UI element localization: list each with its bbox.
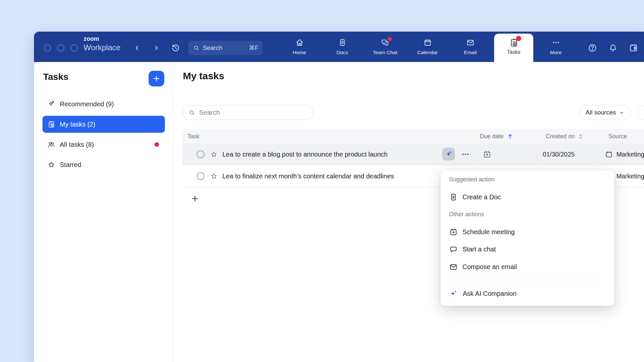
star-icon [47, 160, 56, 169]
all-sources-dropdown[interactable]: All sources [579, 105, 631, 120]
tasks-sidebar: Tasks Recommended (9) [34, 62, 173, 362]
menu-item-compose-email[interactable]: Compose an email [449, 258, 606, 276]
zoom-workplace-logo: zoom Workplace [84, 36, 121, 52]
search-icon [193, 45, 200, 51]
tasks-clipboard-icon [509, 38, 519, 48]
sort-ascending-icon [507, 133, 514, 140]
filter-pill-partial[interactable] [637, 105, 644, 120]
task-complete-checkbox[interactable] [197, 150, 204, 158]
app-body: Tasks Recommended (9) [34, 62, 644, 362]
page-title: My tasks [183, 70, 224, 82]
all-tasks-unread-dot [154, 142, 159, 147]
window-control-minimize-icon[interactable] [57, 44, 64, 52]
column-header-source: Source [603, 133, 644, 140]
email-icon [466, 38, 475, 47]
menu-divider [449, 280, 606, 280]
nav-tasks-active-tab[interactable]: Tasks [494, 34, 533, 62]
menu-section-label: Other actions [449, 210, 484, 219]
nav-more[interactable]: More [538, 36, 574, 58]
search-shortcut-label: ⌘F [249, 44, 258, 52]
scheduler-panel-icon[interactable] [629, 43, 638, 53]
nav-home[interactable]: Home [282, 36, 317, 58]
created-on-cell: 01/30/2025 [538, 143, 599, 165]
notifications-bell-icon[interactable] [608, 43, 618, 53]
team-chat-icon [380, 38, 390, 47]
task-title: Lea to finalize next month’s content cal… [222, 173, 394, 180]
history-icon[interactable] [171, 43, 181, 53]
clipboard-check-icon [47, 120, 56, 128]
search-icon [188, 109, 195, 116]
tasks-unread-badge [516, 36, 521, 41]
my-tasks-panel: My tasks All sources Task [174, 62, 644, 362]
add-due-date-button[interactable] [483, 150, 491, 159]
global-search-input[interactable]: Search ⌘F [188, 41, 263, 55]
source-label: Marketing [616, 151, 644, 158]
nav-email[interactable]: Email [452, 36, 488, 58]
logo-workplace-text: Workplace [84, 43, 121, 52]
top-bar: zoom Workplace Search ⌘F [34, 32, 644, 62]
menu-item-ask-ai-companion[interactable]: Ask AI Companion [449, 285, 606, 302]
menu-item-start-chat[interactable]: Start a chat [449, 240, 606, 258]
column-header-created-on[interactable]: Created on [541, 133, 603, 140]
task-search-field[interactable] [183, 105, 314, 120]
sidebar-item-label: Recommended (9) [60, 100, 114, 108]
chevron-down-icon [619, 110, 624, 115]
logo-zoom-text: zoom [84, 36, 121, 42]
task-title: Lea to create a blog post to announce th… [222, 151, 388, 158]
menu-item-schedule-meeting[interactable]: Schedule meeting [449, 223, 606, 241]
star-icon[interactable] [210, 172, 218, 180]
sidebar-item-label: All tasks (8) [60, 141, 94, 148]
table-header-row: Task Due date Created on [182, 129, 644, 143]
nav-team-chat[interactable]: Team Chat [367, 36, 403, 58]
ai-companion-actions-button[interactable] [442, 148, 455, 160]
row-more-actions-button[interactable] [460, 143, 470, 165]
doc-icon [449, 193, 458, 202]
ai-companion-sparkle-icon [449, 289, 458, 298]
sidebar-item-all-tasks[interactable]: All tasks (8) [42, 136, 165, 153]
due-date-cell [474, 143, 538, 165]
nav-docs[interactable]: Docs [324, 36, 360, 58]
envelope-icon [449, 263, 458, 271]
menu-item-create-doc[interactable]: Create a Doc [449, 188, 606, 206]
source-label: Marketing [616, 173, 644, 180]
nav-calendar[interactable]: Calendar [410, 36, 445, 58]
add-task-button[interactable] [190, 194, 200, 204]
more-ellipsis-icon [552, 38, 560, 47]
zoom-workplace-window: zoom Workplace Search ⌘F [34, 32, 644, 362]
docs-icon [338, 38, 347, 47]
calendar-icon [423, 38, 432, 47]
home-icon [295, 38, 304, 47]
calendar-plus-icon [449, 228, 458, 236]
sidebar-item-starred[interactable]: Starred [42, 156, 165, 173]
task-row[interactable]: Lea to create a blog post to announce th… [182, 143, 644, 165]
column-header-task: Task [182, 133, 476, 140]
sidebar-item-my-tasks[interactable]: My tasks (2) [42, 116, 165, 133]
column-header-due-date[interactable]: Due date [476, 133, 541, 140]
sort-both-icon [577, 133, 584, 140]
sidebar-item-label: My tasks (2) [60, 121, 95, 128]
sidebar-title: Tasks [43, 72, 68, 82]
people-icon [47, 140, 56, 149]
forward-chevron-icon[interactable] [153, 44, 160, 52]
sparkle-icon [47, 100, 56, 108]
star-icon[interactable] [210, 150, 218, 158]
window-control-close-icon[interactable] [44, 44, 51, 52]
task-cell: Lea to create a blog post to announce th… [182, 143, 474, 165]
ai-suggested-actions-menu: Suggested action Create a Doc Other acti… [441, 170, 614, 306]
help-icon[interactable] [588, 43, 597, 53]
created-on-date: 01/30/2025 [543, 151, 575, 158]
new-task-button[interactable] [149, 71, 164, 86]
calendar-source-icon [605, 150, 613, 158]
plus-icon [152, 74, 161, 83]
back-chevron-icon[interactable] [133, 44, 141, 52]
sidebar-item-label: Starred [60, 161, 81, 169]
task-search-input[interactable] [199, 109, 308, 117]
window-control-zoom-icon[interactable] [71, 44, 78, 52]
menu-section-label: Suggested action [449, 175, 494, 184]
global-search-placeholder: Search [203, 44, 222, 52]
team-chat-unread-badge [388, 37, 392, 41]
sidebar-item-recommended[interactable]: Recommended (9) [42, 96, 165, 113]
task-complete-checkbox[interactable] [197, 172, 204, 180]
source-cell: Marketing [599, 143, 644, 165]
chat-bubble-icon [449, 245, 458, 254]
